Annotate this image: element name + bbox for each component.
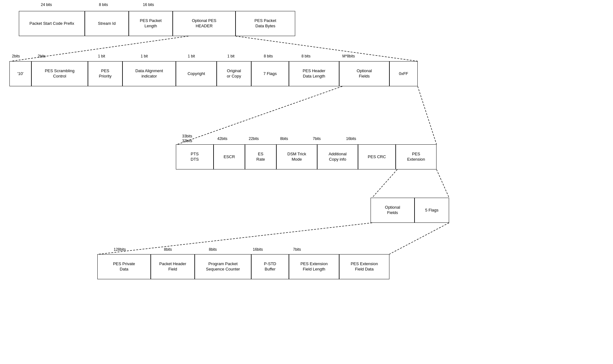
r1-stream-id: Stream Id [85, 11, 129, 36]
r2-bit-1b: 1 bit [141, 54, 148, 58]
r2-pes-priority: PESPriority [88, 61, 122, 86]
r4-optional-fields: OptionalFields [371, 198, 415, 223]
svg-line-6 [99, 223, 372, 254]
r5-bit-7: 7bits [293, 247, 301, 252]
r2-bit-2b: 2bits [38, 54, 46, 58]
r5-pstd-buffer: P-STDBuffer [251, 254, 289, 279]
r3-pes-extension: PESExtension [396, 144, 437, 169]
r2-7flags: 7 Flags [251, 61, 289, 86]
svg-line-3 [418, 86, 437, 144]
r2-optional-fields: OptionalFields [339, 61, 389, 86]
r3-pes-crc: PES CRC [358, 144, 396, 169]
r3-es-rate: ESRate [245, 144, 276, 169]
r2-original-copy: Originalor Copy [217, 61, 251, 86]
r2-bit-2a: 2bits [12, 54, 20, 58]
r5-packet-header-field: Packet HeaderField [151, 254, 195, 279]
svg-line-1 [236, 36, 418, 61]
r3-bit-33b: 33bits [182, 139, 192, 143]
r5-bit-16: 16bits [253, 247, 263, 252]
r2-copyright: Copyright [176, 61, 217, 86]
r5-program-packet-seq: Program PacketSequence Counter [195, 254, 251, 279]
r4-5flags: 5 Flags [415, 198, 449, 223]
r2-0xff: 0xFF [389, 61, 418, 86]
r2-bit-8a: 8 bits [264, 54, 273, 58]
r2-bit-m8: M*8bits [342, 54, 355, 58]
r1-bit-label-16: 16 bits [143, 3, 154, 7]
r3-bit-8: 8bits [280, 136, 288, 141]
r3-bit-42: 42bits [217, 136, 227, 141]
r3-dsm-trick-mode: DSM TrickMode [276, 144, 317, 169]
svg-line-2 [177, 86, 342, 144]
svg-line-7 [389, 223, 449, 254]
r3-bit-33a: 33bits [182, 134, 192, 138]
r2-pes-header-data-len: PES HeaderData Length [289, 61, 339, 86]
r5-bit-128: 128bits [114, 247, 126, 252]
r3-bit-22: 22bits [249, 136, 259, 141]
r2-pes-scrambling: PES ScramblingControl [31, 61, 88, 86]
r2-bit-1c: 1 bit [188, 54, 195, 58]
r3-escr: ESCR [214, 144, 245, 169]
r2-bit-1a: 1 bit [98, 54, 105, 58]
r2-bit-1d: 1 bit [227, 54, 235, 58]
diagram-container: 24 bits 8 bits 16 bits Packet Start Code… [0, 0, 613, 364]
r5-bit-8a: 8bits [164, 247, 172, 252]
r2-10: '10' [9, 61, 31, 86]
r5-pes-ext-field-data: PES ExtensionField Data [339, 254, 389, 279]
r2-bit-8b: 8 bits [301, 54, 311, 58]
svg-line-5 [437, 169, 449, 198]
r3-pts-dts: PTSDTS [176, 144, 214, 169]
r1-pes-packet-len: PES PacketLength [129, 11, 173, 36]
r1-pes-packet-data: PES PacketData Bytes [236, 11, 295, 36]
r3-additional-copy: AdditionalCopy info [317, 144, 358, 169]
r5-bit-8b: 8bits [209, 247, 217, 252]
r5-pes-ext-field-len: PES ExtensionField Length [289, 254, 339, 279]
r2-data-alignment: Data Alignmentindicator [122, 61, 176, 86]
r3-bit-7: 7bits [313, 136, 321, 141]
r1-packet-start: Packet Start Code Prefix [19, 11, 85, 36]
svg-line-4 [372, 169, 397, 198]
r3-bit-16: 16bits [346, 136, 356, 141]
r1-bit-label-24: 24 bits [41, 3, 52, 7]
r5-pes-private-data: PES PrivateData [97, 254, 151, 279]
r1-optional-pes-header: Optional PESHEADER [173, 11, 236, 36]
r1-bit-label-8: 8 bits [99, 3, 108, 7]
